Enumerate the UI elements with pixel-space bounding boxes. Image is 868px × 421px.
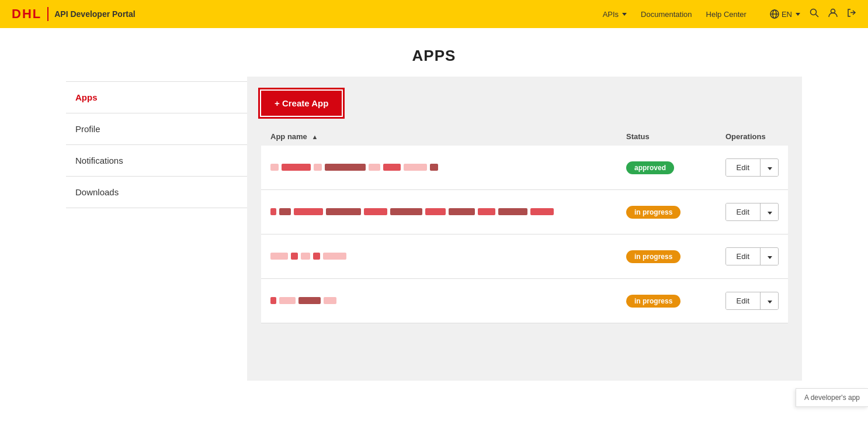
status-cell-3: in progress xyxy=(617,234,703,279)
tooltip-badge: A developer's app xyxy=(796,388,868,407)
edit-button-4[interactable]: Edit xyxy=(726,292,761,309)
app-name-redacted-3 xyxy=(270,253,346,260)
sidebar-item-notifications[interactable]: Notifications xyxy=(66,145,247,177)
chevron-down-icon xyxy=(768,212,772,215)
redacted-block xyxy=(279,297,296,304)
nav-documentation[interactable]: Documentation xyxy=(641,10,692,19)
edit-button-wrap-1: Edit xyxy=(725,158,779,177)
dhl-logo: DHL xyxy=(12,6,41,22)
redacted-block xyxy=(404,164,427,171)
edit-dropdown-2[interactable] xyxy=(761,204,778,220)
header: DHL API Developer Portal APIs Documentat… xyxy=(0,0,868,28)
col-operations: Operations xyxy=(703,127,788,146)
status-badge-inprogress-4: in progress xyxy=(626,295,680,308)
edit-button-wrap-3: Edit xyxy=(725,247,779,265)
app-name-cell-1 xyxy=(261,146,617,190)
logout-icon[interactable] xyxy=(847,8,856,20)
search-icon[interactable] xyxy=(810,8,819,20)
sort-icon: ▲ xyxy=(311,133,318,140)
redacted-block xyxy=(478,208,495,215)
content-area: + Create App App name ▲ Status Operation… xyxy=(247,77,802,381)
table-row: in progress Edit xyxy=(261,190,788,234)
edit-button-3[interactable]: Edit xyxy=(726,248,761,265)
redacted-block xyxy=(498,208,527,215)
operations-cell-1: Edit xyxy=(703,146,788,190)
nav-apis[interactable]: APIs xyxy=(603,10,627,19)
language-chevron-icon xyxy=(796,13,800,16)
redacted-block xyxy=(325,164,366,171)
redacted-block xyxy=(279,208,291,215)
redacted-block xyxy=(383,164,401,171)
edit-button-wrap-4: Edit xyxy=(725,292,779,310)
header-divider xyxy=(47,7,48,21)
globe-icon xyxy=(770,9,779,19)
edit-dropdown-4[interactable] xyxy=(761,293,778,309)
app-name-redacted-1 xyxy=(270,164,438,171)
app-name-redacted-4 xyxy=(270,297,336,304)
redacted-block xyxy=(430,164,438,171)
table-row: in progress Edit xyxy=(261,279,788,323)
edit-button-2[interactable]: Edit xyxy=(726,203,761,220)
redacted-block xyxy=(314,164,322,171)
table-row: in progress Edit xyxy=(261,234,788,279)
page-title: APPS xyxy=(0,47,868,65)
sidebar-item-profile[interactable]: Profile xyxy=(66,113,247,145)
col-app-name[interactable]: App name ▲ xyxy=(261,127,617,146)
redacted-block xyxy=(364,208,387,215)
svg-point-3 xyxy=(811,9,817,15)
status-cell-4: in progress xyxy=(617,279,703,323)
status-badge-inprogress-3: in progress xyxy=(626,250,680,263)
chevron-down-icon xyxy=(768,167,772,170)
dhl-logo-text: DHL xyxy=(12,6,41,22)
redacted-block xyxy=(270,164,279,171)
redacted-block xyxy=(301,253,310,260)
chevron-down-icon xyxy=(768,256,772,259)
status-badge-approved: approved xyxy=(626,161,674,174)
app-name-cell-4 xyxy=(261,279,617,323)
redacted-block xyxy=(323,253,346,260)
redacted-block xyxy=(270,297,276,304)
edit-dropdown-3[interactable] xyxy=(761,249,778,265)
app-name-cell-3 xyxy=(261,234,617,279)
table-header: App name ▲ Status Operations xyxy=(261,127,788,146)
edit-button-wrap-2: Edit xyxy=(725,203,779,221)
redacted-block xyxy=(270,208,276,215)
redacted-block xyxy=(326,208,361,215)
header-nav: APIs Documentation Help Center EN xyxy=(603,8,856,20)
page-title-section: APPS xyxy=(0,28,868,77)
app-name-redacted-2 xyxy=(270,208,554,215)
redacted-block xyxy=(530,208,554,215)
status-cell-1: approved xyxy=(617,146,703,190)
status-badge-inprogress-2: in progress xyxy=(626,206,680,219)
redacted-block xyxy=(425,208,446,215)
redacted-block xyxy=(313,253,320,260)
chevron-down-icon xyxy=(768,301,772,303)
operations-cell-3: Edit xyxy=(703,234,788,279)
redacted-block xyxy=(369,164,380,171)
edit-button-1[interactable]: Edit xyxy=(726,159,761,176)
redacted-block xyxy=(324,297,336,304)
operations-cell-4: Edit xyxy=(703,279,788,323)
redacted-block xyxy=(390,208,422,215)
header-icons: EN xyxy=(770,8,856,20)
redacted-block xyxy=(291,253,298,260)
redacted-block xyxy=(294,208,323,215)
main-layout: Apps Profile Notifications Downloads + C… xyxy=(54,77,814,381)
edit-dropdown-1[interactable] xyxy=(761,160,778,176)
redacted-block xyxy=(282,164,311,171)
user-icon[interactable] xyxy=(828,8,838,20)
col-status: Status xyxy=(617,127,703,146)
redacted-block xyxy=(298,297,321,304)
sidebar: Apps Profile Notifications Downloads xyxy=(66,77,247,381)
sidebar-item-downloads[interactable]: Downloads xyxy=(66,177,247,208)
language-selector[interactable]: EN xyxy=(770,9,800,19)
nav-help-center[interactable]: Help Center xyxy=(706,10,747,19)
status-cell-2: in progress xyxy=(617,190,703,234)
redacted-block xyxy=(449,208,475,215)
table-row: approved Edit xyxy=(261,146,788,190)
apps-table: App name ▲ Status Operations xyxy=(261,127,788,323)
sidebar-item-apps[interactable]: Apps xyxy=(66,81,247,113)
create-app-button[interactable]: + Create App xyxy=(261,91,342,116)
operations-cell-2: Edit xyxy=(703,190,788,234)
svg-line-4 xyxy=(816,15,819,18)
